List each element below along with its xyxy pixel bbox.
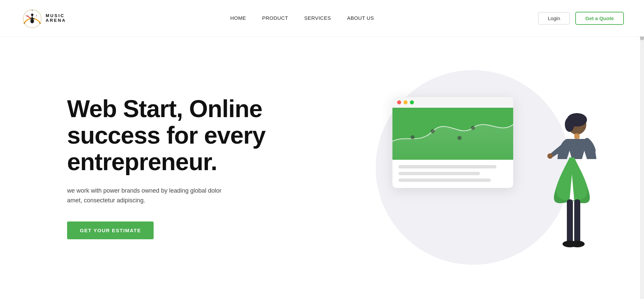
- dot-yellow: [404, 100, 408, 104]
- svg-point-8: [31, 19, 34, 23]
- nav-link-home[interactable]: HOME: [230, 15, 246, 21]
- navbar: Music Arena HOME PRODUCT SERVICES ABOUT …: [0, 0, 644, 37]
- estimate-button[interactable]: GET YOUR ESTIMATE: [67, 221, 154, 239]
- svg-point-15: [471, 126, 475, 130]
- person-illustration: [520, 107, 607, 268]
- logo-icon: [20, 6, 44, 30]
- scrollbar[interactable]: [640, 0, 644, 299]
- svg-point-26: [547, 153, 553, 159]
- nav-item-home[interactable]: HOME: [230, 15, 246, 21]
- nav-link-services[interactable]: SERVICES: [304, 15, 331, 21]
- get-quote-button[interactable]: Get a Quote: [575, 12, 624, 25]
- nav-links: HOME PRODUCT SERVICES ABOUT US: [230, 15, 374, 21]
- svg-rect-23: [574, 199, 580, 243]
- hero-illustration: [376, 70, 604, 265]
- svg-point-14: [458, 136, 462, 140]
- browser-content: [392, 108, 513, 188]
- hero-text-block: Web Start, Online success for every entr…: [67, 96, 275, 239]
- hero-title: Web Start, Online success for every entr…: [67, 96, 275, 176]
- nav-item-services[interactable]: SERVICES: [304, 15, 331, 21]
- chart-area: [392, 108, 513, 160]
- nav-item-product[interactable]: PRODUCT: [262, 15, 288, 21]
- svg-point-10: [31, 14, 33, 16]
- hero-section: Web Start, Online success for every entr…: [0, 37, 644, 298]
- browser-topbar: [392, 97, 513, 108]
- browser-mockup: [392, 97, 513, 188]
- svg-rect-20: [574, 133, 580, 139]
- login-button[interactable]: Login: [538, 12, 570, 24]
- dot-red: [397, 100, 401, 104]
- nav-link-about[interactable]: ABOUT US: [347, 15, 374, 21]
- svg-point-13: [431, 129, 435, 133]
- browser-lines: [392, 160, 513, 188]
- svg-rect-22: [567, 199, 573, 243]
- dot-green: [410, 100, 414, 104]
- browser-line-3: [398, 179, 491, 182]
- hero-subtitle: we work with power brands owned by leadi…: [67, 186, 228, 205]
- nav-actions: Login Get a Quote: [538, 12, 624, 25]
- svg-line-4: [36, 15, 37, 16]
- browser-line-1: [398, 165, 496, 168]
- nav-item-about[interactable]: ABOUT US: [347, 15, 374, 21]
- svg-point-16: [411, 135, 415, 139]
- logo-line2: Arena: [46, 18, 66, 23]
- chart-svg: [392, 108, 513, 160]
- logo[interactable]: Music Arena: [20, 6, 66, 30]
- svg-point-25: [570, 241, 585, 247]
- logo-text: Music Arena: [46, 13, 66, 23]
- logo-line1: Music: [46, 13, 66, 18]
- svg-point-19: [565, 117, 574, 132]
- browser-line-2: [398, 172, 480, 175]
- nav-link-product[interactable]: PRODUCT: [262, 15, 288, 21]
